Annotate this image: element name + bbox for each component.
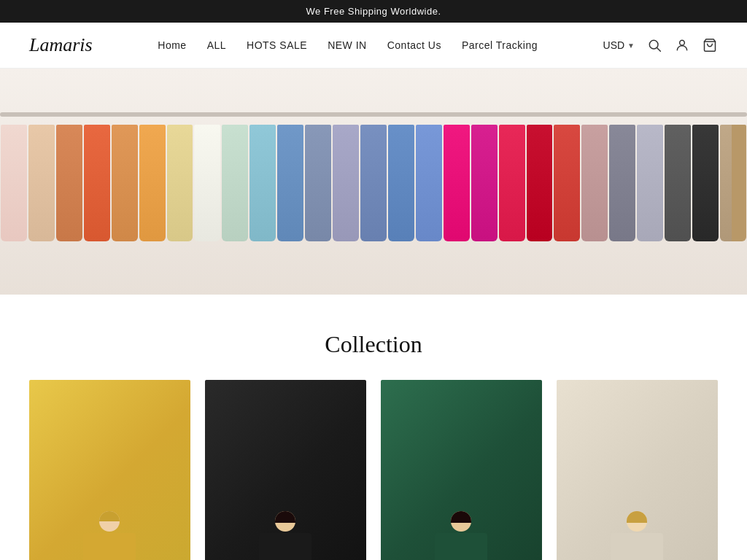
- product-image-4: [557, 380, 718, 560]
- svg-line-1: [657, 48, 661, 52]
- svg-point-2: [680, 40, 685, 45]
- person-silhouette: [573, 401, 702, 560]
- announcement-bar: We Free Shipping Worldwide.: [0, 0, 747, 23]
- collection-grid: [29, 380, 718, 560]
- nav-all[interactable]: ALL: [207, 39, 226, 51]
- search-icon: [647, 38, 662, 52]
- product-image-wrapper: [29, 380, 190, 560]
- person-silhouette: [221, 401, 350, 560]
- collection-section: Collection: [0, 295, 747, 560]
- product-card[interactable]: [29, 380, 190, 560]
- currency-selector[interactable]: USD ▼: [603, 39, 635, 51]
- cart-button[interactable]: [702, 37, 718, 53]
- main-nav: Home ALL HOTS SALE NEW IN Contact Us Par…: [158, 39, 538, 51]
- currency-label: USD: [603, 39, 625, 51]
- product-image-1: [29, 380, 190, 560]
- person-silhouette: [397, 401, 526, 560]
- nav-parcel-tracking[interactable]: Parcel Tracking: [462, 39, 538, 51]
- nav-new-in[interactable]: NEW IN: [328, 39, 367, 51]
- nav-contact-us[interactable]: Contact Us: [387, 39, 441, 51]
- cart-icon: [703, 38, 717, 52]
- account-button[interactable]: [674, 37, 690, 53]
- nav-home[interactable]: Home: [158, 39, 186, 51]
- announcement-text: We Free Shipping Worldwide.: [306, 6, 441, 17]
- chevron-down-icon: ▼: [627, 42, 635, 50]
- product-image-2: [205, 380, 366, 560]
- product-image-wrapper: [557, 380, 718, 560]
- product-image-wrapper: [381, 380, 542, 560]
- hero-image: [0, 69, 747, 295]
- product-card[interactable]: [381, 380, 542, 560]
- header-actions: USD ▼: [603, 37, 718, 53]
- product-card[interactable]: [205, 380, 366, 560]
- header: Lamaris Home ALL HOTS SALE NEW IN Contac…: [0, 23, 747, 69]
- logo[interactable]: Lamaris: [29, 34, 93, 56]
- product-image-wrapper: [205, 380, 366, 560]
- search-button[interactable]: [646, 37, 662, 53]
- person-silhouette: [45, 401, 174, 560]
- collection-title: Collection: [29, 331, 718, 358]
- product-card[interactable]: [557, 380, 718, 560]
- product-image-3: [381, 380, 542, 560]
- nav-hots-sale[interactable]: HOTS SALE: [247, 39, 307, 51]
- hero-banner: [0, 69, 747, 295]
- account-icon: [675, 38, 689, 52]
